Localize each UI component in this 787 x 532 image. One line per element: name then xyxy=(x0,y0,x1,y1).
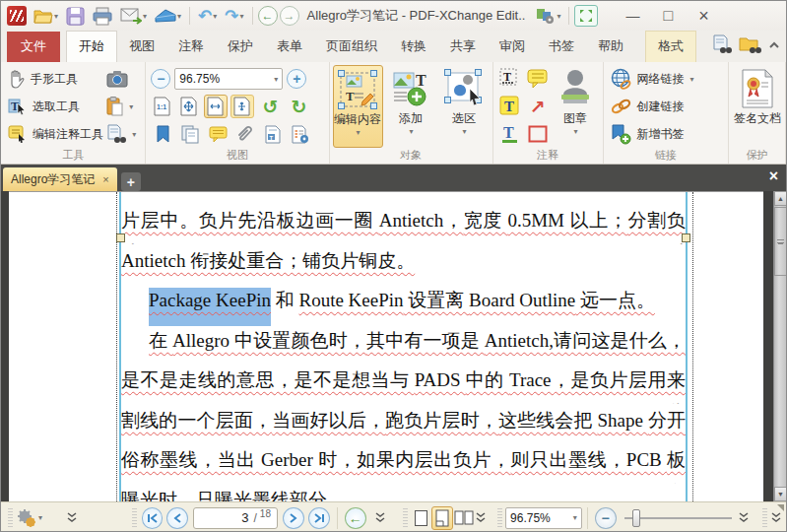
tab-file[interactable]: 文件 xyxy=(7,32,60,62)
scroll-up-button[interactable]: ▲ xyxy=(774,191,786,206)
more-zoom-buttons[interactable] xyxy=(738,512,750,524)
continuous-page-button[interactable] xyxy=(431,506,453,530)
tab-protect[interactable]: 保护 xyxy=(216,32,265,62)
previous-view-button[interactable]: ← xyxy=(345,507,366,529)
minus-icon: − xyxy=(157,71,164,87)
session-button[interactable]: ▾ xyxy=(533,3,563,29)
next-page-button[interactable] xyxy=(283,507,304,529)
back-button[interactable]: ← xyxy=(258,6,278,26)
maximize-button[interactable]: □ xyxy=(651,3,685,29)
document-tab[interactable]: Allegro学习笔记 × xyxy=(3,167,117,191)
print-button[interactable] xyxy=(90,3,115,29)
fit-width-button[interactable] xyxy=(204,95,228,118)
resize-handle-left[interactable] xyxy=(116,233,125,242)
two-page-button[interactable] xyxy=(453,506,475,530)
edit-annot-tool-button[interactable]: 编辑注释工具 xyxy=(4,120,106,148)
double-chevron-down-icon xyxy=(374,512,386,524)
select-tool-button[interactable]: T 选取工具 xyxy=(4,93,106,120)
text-run: 0.5MM xyxy=(507,210,569,231)
first-page-button[interactable] xyxy=(142,507,164,529)
save-button[interactable] xyxy=(63,3,88,29)
scroll-down-button[interactable]: ▼ xyxy=(774,487,786,501)
collapse-ribbon-button[interactable] xyxy=(768,40,780,50)
zoom-slider-handle[interactable] xyxy=(632,509,640,527)
caret-down-icon: ▾ xyxy=(463,127,467,136)
tab-organize[interactable]: 页面组织 xyxy=(314,32,389,62)
tab-view[interactable]: 视图 xyxy=(117,32,166,62)
fullscreen-button[interactable] xyxy=(574,5,598,27)
highlight-text-button[interactable]: T xyxy=(498,95,522,118)
pdf-page[interactable]: 片层中。负片先沿板边画一圈 Antietch，宽度 0.5MM 以上；分割负片时… xyxy=(9,191,763,501)
expand-toolbar-button[interactable] xyxy=(66,512,78,524)
add-object-button[interactable]: T 添加 ▾ xyxy=(386,65,436,148)
minimize-button[interactable]: — xyxy=(616,3,649,29)
search-folder-button[interactable] xyxy=(739,34,762,56)
single-page-button[interactable] xyxy=(411,506,432,530)
more-status-buttons[interactable] xyxy=(770,512,782,524)
zoom-in-button[interactable]: + xyxy=(287,69,306,89)
open-file-button[interactable]: ▾ xyxy=(31,3,61,29)
page-number-field[interactable]: 3 / 18 xyxy=(193,507,278,529)
sticky-note-button[interactable] xyxy=(526,67,550,91)
comments-pane-button[interactable] xyxy=(206,122,230,146)
tab-share[interactable]: 共享 xyxy=(438,32,488,62)
tab-home[interactable]: 开始 xyxy=(66,31,117,62)
thumbnails-pane-button[interactable] xyxy=(178,122,202,146)
rotate-ccw-button[interactable]: ↺ xyxy=(257,95,283,118)
last-page-button[interactable] xyxy=(308,507,330,529)
snapshot-button[interactable] xyxy=(106,65,142,93)
arrow-annotation-button[interactable]: ↗ xyxy=(526,95,550,118)
rotate-cw-button[interactable]: ↻ xyxy=(286,95,311,118)
tab-form[interactable]: 表单 xyxy=(265,32,314,62)
properties-pane-button[interactable] xyxy=(289,122,312,146)
tab-comment[interactable]: 注释 xyxy=(166,32,216,62)
add-bookmark-button[interactable]: 新增书签 xyxy=(607,120,725,148)
tab-bookmarks[interactable]: 书签 xyxy=(537,32,586,62)
more-view-buttons[interactable] xyxy=(374,512,386,524)
more-layout-buttons[interactable] xyxy=(475,512,487,524)
fit-visible-button[interactable] xyxy=(230,95,254,118)
forward-button[interactable]: → xyxy=(280,6,299,26)
undo-button[interactable]: ↶ ▾ xyxy=(195,3,220,29)
zoom-level-combo[interactable]: 96.75% ▾ xyxy=(174,68,283,90)
sign-document-button[interactable]: 签名文档 xyxy=(732,65,783,148)
status-bar: ▾ 3 / 18 ← xyxy=(1,501,786,532)
attachments-pane-button[interactable] xyxy=(233,122,257,146)
previous-page-button[interactable] xyxy=(166,507,188,529)
fields-pane-button[interactable]: T xyxy=(261,122,285,146)
new-tab-button[interactable]: + xyxy=(121,172,141,191)
edit-content-button[interactable]: T 编辑内容 ▾ xyxy=(333,65,383,148)
typewriter-button[interactable]: T xyxy=(498,67,522,91)
close-document-button[interactable]: × xyxy=(769,167,778,185)
email-button[interactable]: ▾ xyxy=(117,3,150,29)
zoom-slider[interactable] xyxy=(624,517,732,519)
status-zoom-out-button[interactable]: − xyxy=(595,507,617,529)
status-zoom-combo[interactable]: 96.75% ▾ xyxy=(505,507,582,529)
paste-button[interactable]: ▾ xyxy=(106,93,142,120)
hand-tool-button[interactable]: 手形工具 xyxy=(4,65,106,93)
scrollbar-thumb[interactable] xyxy=(774,207,786,276)
scan-button[interactable]: ▾ xyxy=(152,3,184,29)
tab-help[interactable]: 帮助 xyxy=(586,32,635,62)
tab-close-icon[interactable]: × xyxy=(102,173,108,185)
search-document-button[interactable] xyxy=(711,34,733,56)
rectangle-annotation-button[interactable] xyxy=(526,122,550,146)
stamp-button[interactable]: 图章 ▾ xyxy=(552,65,600,148)
resize-handle-right[interactable] xyxy=(682,233,690,242)
tab-convert[interactable]: 转换 xyxy=(389,32,438,62)
create-link-button[interactable]: 创建链接 xyxy=(607,93,725,120)
vertical-scrollbar[interactable]: ▲ ▼ xyxy=(773,191,786,501)
bookmarks-pane-button[interactable] xyxy=(151,122,174,146)
zoom-out-button[interactable]: − xyxy=(151,69,170,89)
selection-button[interactable]: 选区 ▾ xyxy=(439,65,490,148)
find-button[interactable]: ▾ xyxy=(106,120,142,148)
tab-review[interactable]: 审阅 xyxy=(488,32,537,62)
fit-page-button[interactable] xyxy=(177,95,201,118)
close-button[interactable]: × xyxy=(687,3,720,29)
options-menu-button[interactable]: ▾ xyxy=(16,508,42,528)
actual-size-button[interactable]: 1:1 xyxy=(151,95,174,118)
redo-button[interactable]: ↷ ▾ xyxy=(222,3,246,29)
tab-format[interactable]: 格式 xyxy=(645,31,696,62)
web-link-button[interactable]: 网络链接 ▾ xyxy=(607,65,725,93)
underline-text-button[interactable]: T xyxy=(498,122,522,146)
